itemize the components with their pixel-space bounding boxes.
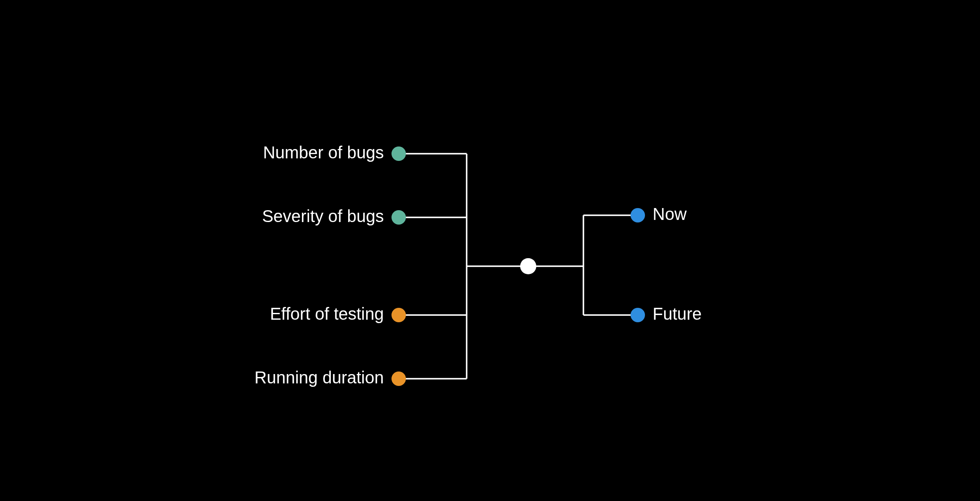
node-dot-right-1 [631,308,645,322]
diagram-root: Number of bugs Severity of bugs Effort o… [163,84,817,418]
node-label-left-1: Severity of bugs [262,206,384,225]
node-dot-left-3 [391,372,406,386]
node-dot-center [520,258,536,274]
node-label-left-3: Running duration [254,368,384,386]
right-bracket [528,215,638,315]
node-label-left-0: Number of bugs [263,143,384,161]
node-label-right-0: Now [653,204,687,223]
node-dot-right-0 [631,208,645,222]
node-dot-left-1 [391,210,406,225]
node-dot-left-2 [391,308,406,322]
node-label-left-2: Effort of testing [270,304,384,323]
node-dot-left-0 [391,146,406,161]
node-label-right-1: Future [653,304,702,323]
left-bracket [399,154,528,379]
